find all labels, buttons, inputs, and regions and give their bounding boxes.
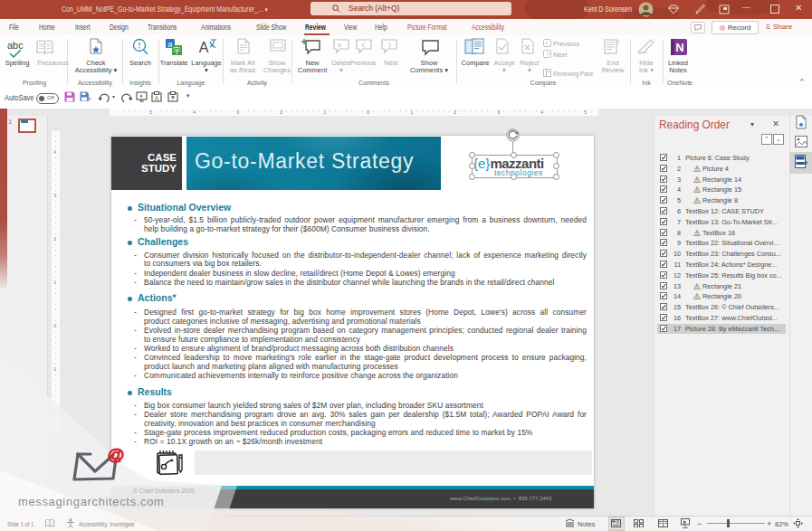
svg-text:@: @	[108, 446, 125, 464]
